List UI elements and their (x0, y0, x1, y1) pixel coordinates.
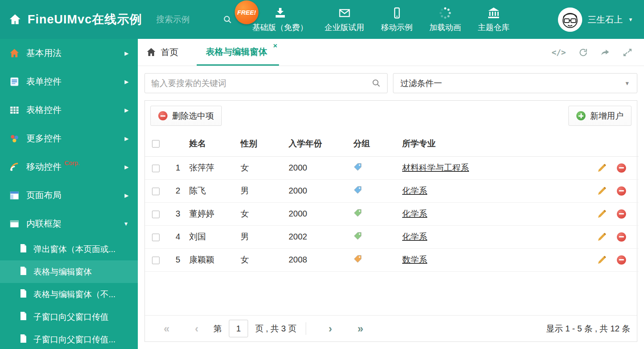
add-user-button[interactable]: 新增用户 (568, 106, 631, 126)
sidebar-item-basic-usage[interactable]: 基本用法 (0, 39, 138, 67)
sidebar-item-page-layout[interactable]: 页面布局 (0, 181, 138, 209)
row-checkbox[interactable] (152, 165, 160, 172)
mobile-icon (390, 6, 403, 19)
tag-icon (353, 255, 362, 263)
filter-dropdown[interactable]: 过滤条件一 (393, 73, 638, 93)
sidebar-item-inline-frame[interactable]: 内联框架 (0, 209, 138, 238)
edit-icon[interactable] (597, 163, 607, 173)
sidebar-subitem-child-to-parent[interactable]: 子窗口向父窗口传值 (0, 306, 138, 328)
caret-right-icon (124, 79, 129, 85)
app: FineUIMvc在线示例 FREE! 基础版（免费） 企业版试用 (0, 0, 644, 349)
row-checkbox[interactable] (152, 257, 160, 264)
nav-item-basic-edition[interactable]: FREE! 基础版（免费） (252, 6, 308, 33)
col-major: 所学专业 (402, 131, 597, 156)
free-badge: FREE! (235, 0, 259, 24)
caret-right-icon (124, 107, 129, 113)
search-icon[interactable] (223, 15, 232, 24)
sidebar-item-grid-controls[interactable]: 表格控件 (0, 96, 138, 124)
keyword-search-input[interactable] (151, 79, 372, 88)
page-prefix: 第 (213, 323, 222, 334)
expand-icon[interactable] (623, 48, 632, 57)
select-all-checkbox[interactable] (152, 140, 160, 148)
col-actions (597, 131, 639, 156)
col-year: 入学年份 (289, 131, 353, 156)
sidebar-subitem-label: 子窗口向父窗口传值 (33, 311, 109, 323)
sidebar-subitem-grid-edit-window-2[interactable]: 表格与编辑窗体（不... (0, 283, 138, 306)
major-link[interactable]: 化学系 (402, 209, 427, 218)
nav-item-loading-animations[interactable]: 加载动画 (429, 6, 461, 33)
user-menu[interactable]: 三生石上 (558, 8, 644, 32)
nav-item-enterprise-trial[interactable]: 企业版试用 (325, 6, 364, 33)
tab-grid-edit-window[interactable]: 表格与编辑窗体 (197, 39, 279, 66)
table-row: 2 陈飞 男 2000 化学系 (145, 179, 639, 202)
first-page-button[interactable] (152, 323, 182, 335)
caret-right-icon (124, 50, 129, 56)
sidebar-subitem-label: 表格与编辑窗体 (33, 266, 92, 278)
major-link[interactable]: 化学系 (402, 186, 427, 195)
cell-name: 刘国 (189, 225, 241, 248)
delete-icon[interactable] (617, 255, 626, 265)
brand[interactable]: FineUIMvc在线示例 (0, 11, 142, 28)
sidebar-item-more-controls[interactable]: 更多控件 (0, 124, 138, 153)
sidebar: 基本用法 表单控件 表格控件 更多 (0, 39, 138, 349)
sidebar-subitem-child-to-parent-2[interactable]: 子窗口向父窗口传值... (0, 328, 138, 349)
nav-item-theme-store[interactable]: 主题仓库 (478, 6, 510, 33)
delete-icon[interactable] (617, 186, 626, 196)
sidebar-item-mobile-controls[interactable]: 移动控件 Corp. (0, 153, 138, 181)
sidebar-subitem-label: 子窗口向父窗口传值... (33, 334, 116, 345)
next-page-button[interactable] (315, 323, 345, 335)
cell-name: 张萍萍 (189, 156, 241, 179)
delete-icon[interactable] (617, 163, 626, 173)
major-link[interactable]: 化学系 (402, 232, 427, 241)
row-number: 5 (167, 248, 189, 271)
chevron-down-icon (628, 17, 633, 23)
code-icon[interactable] (552, 48, 566, 57)
button-label: 删除选中项 (172, 110, 214, 122)
cell-gender: 女 (241, 156, 289, 179)
prev-page-button[interactable] (182, 323, 212, 335)
col-number (167, 131, 189, 156)
frame-icon (9, 219, 20, 229)
grid-panel: 删除选中项 新增用户 (145, 100, 637, 342)
tab-bar: 首页 表格与编辑窗体 (138, 39, 644, 66)
delete-selected-button[interactable]: 删除选中项 (150, 106, 222, 126)
edit-icon[interactable] (597, 209, 607, 219)
forward-icon[interactable] (601, 48, 610, 57)
top-header: FineUIMvc在线示例 FREE! 基础版（免费） 企业版试用 (0, 0, 644, 39)
row-checkbox[interactable] (152, 211, 160, 218)
nav-label: 基础版（免费） (252, 22, 308, 33)
cell-name: 康颖颖 (189, 248, 241, 271)
file-icon (19, 289, 27, 300)
sidebar-subitem-label: 表格与编辑窗体（不... (33, 289, 116, 300)
nav-item-mobile-demo[interactable]: 移动示例 (381, 6, 413, 33)
last-page-button[interactable] (345, 323, 375, 335)
header-search-input[interactable] (156, 15, 219, 24)
search-icon[interactable] (372, 79, 381, 88)
edit-icon[interactable] (597, 186, 607, 196)
sidebar-item-form-controls[interactable]: 表单控件 (0, 67, 138, 96)
tab-label: 首页 (161, 46, 178, 58)
tab-home[interactable]: 首页 (146, 39, 178, 66)
edit-icon[interactable] (597, 255, 607, 265)
sidebar-subitem-grid-edit-window[interactable]: 表格与编辑窗体 (0, 260, 138, 283)
edit-icon[interactable] (597, 232, 607, 242)
sidebar-subitem-popup-window[interactable]: 弹出窗体（本页面或... (0, 238, 138, 260)
home-icon (9, 48, 20, 59)
cell-gender: 男 (241, 225, 289, 248)
table-row: 5 康颖颖 女 2008 数学系 (145, 248, 639, 271)
cell-name: 陈飞 (189, 179, 241, 202)
page-number-input[interactable] (229, 320, 248, 337)
cell-gender: 女 (241, 248, 289, 271)
delete-icon[interactable] (617, 232, 626, 242)
major-link[interactable]: 数学系 (402, 255, 427, 264)
sidebar-subitem-label: 弹出窗体（本页面或... (33, 244, 116, 255)
close-icon[interactable] (273, 42, 277, 50)
app-title: FineUIMvc在线示例 (28, 11, 142, 28)
delete-icon[interactable] (617, 209, 626, 219)
row-checkbox[interactable] (152, 234, 160, 241)
sidebar-item-label: 更多控件 (26, 132, 61, 144)
col-gender: 性别 (241, 131, 289, 156)
row-checkbox[interactable] (152, 188, 160, 195)
refresh-icon[interactable] (578, 48, 588, 57)
major-link[interactable]: 材料科学与工程系 (402, 163, 469, 172)
